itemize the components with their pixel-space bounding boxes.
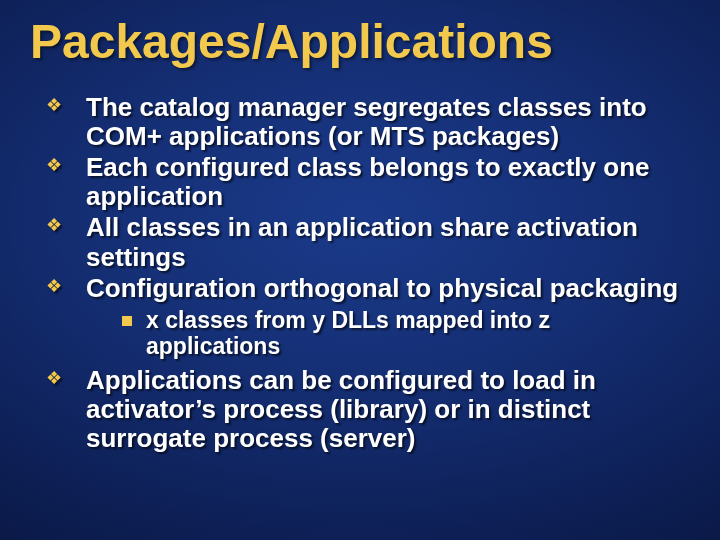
sub-bullet-list: x classes from y DLLs mapped into z appl…: [86, 307, 690, 360]
bullet-text: Each configured class belongs to exactly…: [86, 152, 650, 211]
sub-bullet-text: x classes from y DLLs mapped into z appl…: [146, 307, 550, 359]
sub-bullet-item: x classes from y DLLs mapped into z appl…: [118, 307, 690, 360]
bullet-item: The catalog manager segregates classes i…: [46, 93, 690, 151]
slide: Packages/Applications The catalog manage…: [0, 0, 720, 540]
bullet-item: All classes in an application share acti…: [46, 213, 690, 271]
slide-title: Packages/Applications: [30, 14, 690, 69]
bullet-list: The catalog manager segregates classes i…: [30, 93, 690, 453]
bullet-item: Applications can be configured to load i…: [46, 366, 690, 453]
bullet-text: Applications can be configured to load i…: [86, 365, 596, 453]
bullet-text: All classes in an application share acti…: [86, 212, 638, 271]
bullet-item: Configuration orthogonal to physical pac…: [46, 274, 690, 360]
bullet-text: Configuration orthogonal to physical pac…: [86, 273, 678, 303]
bullet-item: Each configured class belongs to exactly…: [46, 153, 690, 211]
bullet-text: The catalog manager segregates classes i…: [86, 92, 647, 151]
